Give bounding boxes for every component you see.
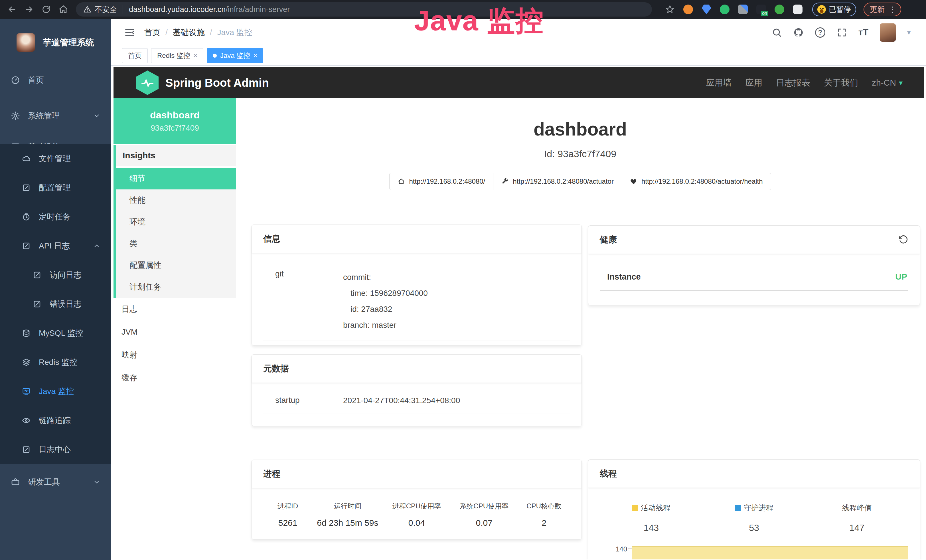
- sidebar-item-tracing[interactable]: 链路追踪: [0, 406, 111, 435]
- sidebar-item-access-log[interactable]: 访问日志: [0, 260, 111, 289]
- sidebar-item-api-log[interactable]: API 日志: [0, 232, 111, 260]
- git-key: git: [263, 269, 343, 333]
- instance-item-caches[interactable]: 缓存: [113, 366, 236, 389]
- git-row: git commit: time: 1596289704000 id: 27aa…: [263, 269, 570, 341]
- instance-item-mappings[interactable]: 映射: [113, 344, 236, 366]
- extension-icon-grid[interactable]: [738, 5, 748, 14]
- browser-back-icon[interactable]: [7, 4, 17, 15]
- tab-java-monitor[interactable]: Java 监控 ×: [207, 48, 263, 63]
- insight-item-config-props[interactable]: 配置属性: [116, 254, 236, 276]
- browser-forward-icon[interactable]: [24, 4, 34, 15]
- fullscreen-icon[interactable]: [837, 27, 847, 38]
- font-size-icon[interactable]: тT: [858, 27, 869, 38]
- breadcrumb-current: Java 监控: [217, 27, 253, 38]
- close-icon[interactable]: ×: [194, 52, 197, 59]
- address-bar[interactable]: 不安全 dashboard.yudao.iocoder.cn /infra/ad…: [76, 2, 652, 17]
- live-threads-area: [632, 546, 908, 559]
- insight-item-environment[interactable]: 环境: [116, 211, 236, 233]
- edit-icon: [21, 183, 31, 192]
- instance-title: dashboard: [236, 119, 924, 140]
- threads-card-title: 线程: [589, 460, 920, 488]
- extension-icon-orange[interactable]: [683, 5, 693, 14]
- on-badge: on: [761, 11, 768, 16]
- startup-value: 2021-04-27T00:44:31.254+08:00: [343, 396, 460, 406]
- live-threads-value: 143: [600, 523, 703, 533]
- tab-home[interactable]: 首页: [122, 48, 148, 63]
- process-table-header: 进程ID 运行时间 进程CPU使用率 系统CPU使用率 CPU核心数: [263, 501, 570, 518]
- instance-id-line: Id: 93a3fc7f7409: [236, 148, 924, 159]
- extension-icon-dark-on[interactable]: on: [756, 5, 766, 14]
- github-icon[interactable]: [793, 27, 803, 38]
- active-dot: [213, 54, 217, 58]
- sidebar-item-redis[interactable]: Redis 监控: [0, 348, 111, 377]
- app-logo-row[interactable]: 芋道管理系统: [0, 19, 111, 66]
- history-icon[interactable]: [898, 235, 908, 245]
- instance-item-jvm[interactable]: JVM: [113, 321, 236, 344]
- extension-icon-pin[interactable]: [702, 5, 711, 14]
- layers-icon: [21, 358, 31, 366]
- toolbox-icon: [10, 478, 21, 487]
- process-pid: 5261: [263, 518, 312, 528]
- sba-nav-language[interactable]: zh-CN ▾: [872, 78, 903, 88]
- url-domain: dashboard.yudao.iocoder.cn: [129, 5, 225, 14]
- extension-icon-leaf[interactable]: [775, 5, 784, 14]
- instance-home-link[interactable]: http://192.168.0.2:48080/: [389, 173, 493, 190]
- sba-logo-icon: [136, 70, 159, 95]
- extension-puzzle-icon[interactable]: [793, 5, 802, 14]
- browser-menu-icon[interactable]: ⋮: [889, 5, 897, 14]
- sidebar-item-config[interactable]: 配置管理: [0, 173, 111, 202]
- timer-icon: [21, 212, 31, 221]
- breadcrumb-infra[interactable]: 基础设施: [173, 27, 205, 38]
- insight-item-details[interactable]: 细节: [116, 168, 236, 189]
- git-value: commit: time: 1596289704000 id: 27aa832 …: [343, 269, 428, 333]
- threads-legend: 活动线程 守护进程 线程峰值: [600, 503, 908, 513]
- system-cpu: 0.07: [450, 518, 518, 528]
- legend-swatch-yellow: [632, 505, 638, 511]
- extension-icon-green-y[interactable]: [720, 5, 729, 14]
- instance-name: dashboard: [150, 109, 200, 121]
- sba-frame: Spring Boot Admin 应用墙 应用 日志报表 关于我们 zh-CN…: [113, 67, 924, 559]
- sba-brand[interactable]: Spring Boot Admin: [136, 70, 269, 95]
- warning-icon: [83, 5, 91, 14]
- insight-item-classes[interactable]: 类: [116, 233, 236, 254]
- status-badge: UP: [895, 272, 907, 282]
- instance-actuator-link[interactable]: http://192.168.0.2:48080/actuator: [493, 173, 622, 190]
- hamburger-icon[interactable]: [124, 27, 135, 38]
- search-icon[interactable]: [772, 27, 782, 38]
- sidebar-item-home[interactable]: 首页: [0, 66, 111, 94]
- process-cpu: 0.04: [383, 518, 451, 528]
- sidebar-item-java-monitor[interactable]: Java 监控: [0, 377, 111, 406]
- peak-threads-value: 147: [805, 523, 908, 533]
- sidebar-item-files[interactable]: 文件管理: [0, 144, 111, 173]
- user-avatar[interactable]: [880, 23, 896, 42]
- tab-redis-monitor[interactable]: Redis 监控 ×: [151, 48, 203, 63]
- sba-nav-about[interactable]: 关于我们: [824, 77, 858, 89]
- instance-header[interactable]: dashboard 93a3fc7f7409: [113, 98, 236, 144]
- threads-card: 线程 活动线程 守护进程 线程峰值: [588, 459, 920, 559]
- browser-home-icon[interactable]: [58, 4, 68, 15]
- heartbeat-icon: [630, 178, 637, 185]
- sba-nav-journal[interactable]: 日志报表: [776, 77, 810, 89]
- sidebar-item-devtools[interactable]: 研发工具: [0, 468, 111, 496]
- sidebar-item-system[interactable]: 系统管理: [0, 101, 111, 130]
- bookmark-star-icon[interactable]: [665, 5, 675, 14]
- avatar-caret-icon[interactable]: ▾: [907, 29, 911, 36]
- insight-item-metrics[interactable]: 性能: [116, 189, 236, 211]
- breadcrumb-home[interactable]: 首页: [144, 27, 160, 38]
- browser-reload-icon[interactable]: [41, 4, 51, 15]
- sidebar-item-log-center[interactable]: 日志中心: [0, 435, 111, 464]
- close-icon[interactable]: ×: [254, 52, 257, 59]
- chrome-update-button[interactable]: 更新 ⋮: [864, 3, 901, 16]
- instance-item-logs[interactable]: 日志: [113, 298, 236, 321]
- sba-nav-wallboard[interactable]: 应用墙: [706, 77, 731, 89]
- insight-item-scheduled-tasks[interactable]: 计划任务: [116, 276, 236, 298]
- sba-nav-applications[interactable]: 应用: [745, 77, 762, 89]
- doc-edit-icon: [32, 300, 42, 309]
- instance-health-link[interactable]: http://192.168.0.2:48080/actuator/health: [622, 173, 771, 190]
- sidebar-item-error-log[interactable]: 错误日志: [0, 289, 111, 319]
- sidebar-item-mysql[interactable]: MySQL 监控: [0, 319, 111, 348]
- sidebar-item-jobs[interactable]: 定时任务: [0, 202, 111, 232]
- security-label[interactable]: 不安全: [95, 5, 117, 15]
- help-icon[interactable]: ?: [815, 27, 825, 38]
- profile-paused-chip[interactable]: 已暂停: [812, 3, 856, 16]
